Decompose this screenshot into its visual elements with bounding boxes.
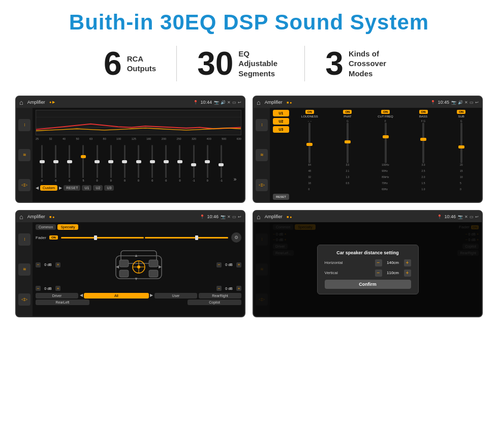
settings-icon[interactable]: ⚙ — [231, 232, 241, 243]
horizontal-plus[interactable]: + — [404, 259, 411, 266]
tab-common[interactable]: Common — [36, 224, 56, 230]
phat-on[interactable]: ON — [343, 110, 352, 114]
stat-crossover-label: Kinds of Crossover Modes — [349, 49, 394, 79]
db-minus-left-1[interactable]: − — [36, 262, 41, 267]
db-minus-right-1[interactable]: − — [216, 262, 222, 267]
home-icon-4[interactable]: ⌂ — [257, 213, 261, 221]
close-icon-2: ✕ — [464, 100, 468, 105]
db-minus-left-2[interactable]: − — [36, 286, 41, 291]
fader-on-btn[interactable]: ON — [49, 235, 58, 240]
cutfreq-label: CUT FREQ — [378, 115, 393, 118]
eq-u3-btn[interactable]: U3 — [104, 185, 114, 191]
stat-rca-number: 6 — [104, 47, 122, 80]
eq-custom-btn[interactable]: Custom — [40, 185, 57, 191]
mixer-presets: U1 U2 U3 RESET — [273, 110, 289, 200]
status-bar-4: ⌂ Amplifier ■ ● 📍 10:46 📷 ✕ ▭ ↩ — [254, 211, 482, 222]
screen1-body: ⫶ ≋ ◁▷ — [16, 108, 244, 202]
cutfreq-on[interactable]: ON — [381, 110, 390, 114]
db-minus-right-2[interactable]: − — [216, 286, 222, 291]
eq-slider-2[interactable]: 0 — [63, 145, 76, 182]
tab-specialty[interactable]: Specialty — [57, 224, 78, 230]
back-icon-4[interactable]: ↩ — [475, 215, 479, 219]
side-controls-1: ⫶ ≋ ◁▷ — [16, 108, 33, 202]
rearright-btn[interactable]: RearRight — [199, 293, 241, 298]
eq-tune-icon[interactable]: ⫶ — [18, 119, 30, 131]
bass-on[interactable]: ON — [419, 110, 428, 114]
screen1-title: Amplifier — [27, 100, 45, 105]
mixer-tune-icon[interactable]: ⫶ — [256, 119, 268, 131]
eq-slider-4[interactable]: 0 — [91, 145, 104, 182]
home-icon-3[interactable]: ⌂ — [19, 213, 23, 221]
eq-u1-btn[interactable]: U1 — [82, 185, 91, 191]
loudness-on[interactable]: ON — [305, 110, 314, 114]
bass-slider[interactable] — [422, 123, 424, 163]
sub-on[interactable]: ON — [457, 110, 465, 114]
stat-eq: 30 EQ Adjustable Segments — [177, 47, 304, 80]
horizontal-minus[interactable]: − — [375, 259, 382, 266]
db-plus-right-1[interactable]: + — [236, 262, 241, 267]
back-icon-1[interactable]: ↩ — [238, 100, 241, 105]
fader-vol-icon[interactable]: ◁▷ — [18, 293, 30, 306]
vertical-plus[interactable]: + — [404, 270, 411, 277]
vertical-minus[interactable]: − — [375, 270, 382, 277]
eq-u2-btn[interactable]: U2 — [93, 185, 103, 191]
back-icon-3[interactable]: ↩ — [238, 215, 241, 219]
phat-slider[interactable] — [347, 123, 349, 163]
fader-tune-icon[interactable]: ⫶ — [18, 233, 30, 246]
db-plus-right-2[interactable]: + — [236, 286, 241, 291]
vertical-label: Vertical — [325, 271, 353, 275]
eq-slider-10[interactable]: 0 — [173, 145, 186, 182]
eq-slider-8[interactable]: 0 — [146, 145, 159, 182]
back-icon-2[interactable]: ↩ — [475, 100, 479, 105]
db-plus-left-1[interactable]: + — [55, 262, 60, 267]
eq-wave-icon[interactable]: ≋ — [18, 149, 30, 161]
fader-wave-icon[interactable]: ≋ — [18, 263, 30, 276]
eq-slider-1[interactable]: 0 — [49, 145, 62, 182]
eq-slider-13[interactable]: -1 — [215, 145, 228, 182]
close-icon-1: ✕ — [227, 100, 231, 105]
right-speaker-ctrl-2: − 0 dB + — [216, 286, 241, 291]
user-btn[interactable]: User — [154, 293, 197, 298]
stat-crossover-number: 3 — [325, 47, 344, 80]
mixer-u1-btn[interactable]: U1 — [273, 110, 289, 116]
rearleft-btn[interactable]: RearLeft — [36, 300, 89, 305]
eq-slider-0[interactable]: 0 — [36, 145, 48, 182]
driver-btn[interactable]: Driver — [36, 293, 78, 298]
svg-text:▶: ▶ — [159, 264, 162, 269]
db-plus-left-2[interactable]: + — [55, 286, 60, 291]
confirm-button[interactable]: Confirm — [325, 280, 411, 289]
home-icon-1[interactable]: ⌂ — [19, 99, 23, 106]
screen-fader: ⌂ Amplifier ■ ● 📍 10:46 📷 ✕ ▭ ↩ ⫶ ≋ ◁▷ — [15, 210, 245, 317]
copilot-btn[interactable]: Copilot — [188, 300, 241, 305]
mixer-vol-icon[interactable]: ◁▷ — [256, 179, 268, 191]
screen3-body: ⫶ ≋ ◁▷ Common Specialty Fader ON — [16, 222, 244, 316]
loudness-slider[interactable] — [308, 123, 310, 163]
next-arrow[interactable]: ▶ — [59, 186, 62, 190]
mixer-u3-btn[interactable]: U3 — [273, 126, 289, 133]
mixer-wave-icon[interactable]: ≋ — [256, 149, 268, 161]
phat-label: PHAT — [344, 115, 352, 118]
car-svg: ▲ ▼ ◀ ▶ — [108, 246, 169, 284]
eq-slider-3[interactable]: 5 — [77, 145, 89, 182]
eq-vol-icon[interactable]: ◁▷ — [18, 179, 30, 191]
sub-slider[interactable] — [460, 123, 462, 163]
eq-slider-6[interactable]: 0 — [118, 145, 131, 182]
mixer-u2-btn[interactable]: U2 — [273, 118, 289, 125]
mixer-main: U1 U2 U3 RESET ON LOUDNESS — [270, 108, 482, 202]
all-btn[interactable]: All — [84, 293, 149, 298]
eq-slider-7[interactable]: 0 — [132, 145, 145, 182]
eq-slider-next[interactable]: » — [229, 164, 241, 182]
mixer-reset-btn[interactable]: RESET — [273, 194, 289, 200]
cutfreq-slider[interactable] — [385, 123, 387, 163]
left-speaker-ctrl-2: − 0 dB + — [36, 286, 60, 291]
home-icon-2[interactable]: ⌂ — [257, 99, 261, 106]
eq-slider-11[interactable]: -1 — [188, 145, 200, 182]
eq-slider-5[interactable]: 0 — [105, 145, 117, 182]
location-icon-1: 📍 — [193, 100, 198, 105]
mixer-cutfreq: ON CUT FREQ F 100Hz90Hz80kHz70Hz60Hz — [368, 110, 403, 200]
prev-arrow[interactable]: ◀ — [36, 186, 39, 190]
eq-slider-12[interactable]: 0 — [201, 145, 214, 182]
eq-reset-btn[interactable]: RESET — [64, 185, 80, 191]
eq-slider-9[interactable]: 0 — [160, 145, 172, 182]
status-bar-1: ⌂ Amplifier ● ▶ 📍 10:44 📷 🔊 ✕ ▭ ↩ — [16, 97, 244, 108]
